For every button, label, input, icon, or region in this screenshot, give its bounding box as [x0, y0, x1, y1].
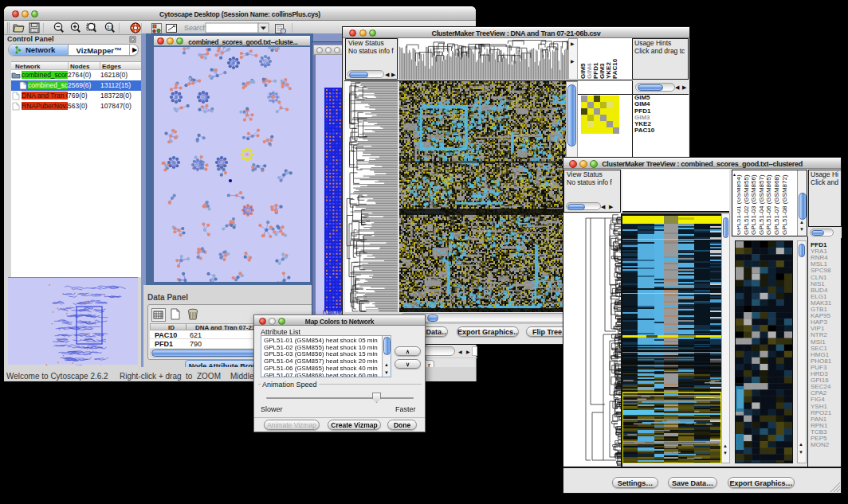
svg-text:1:1: 1:1: [107, 25, 112, 29]
svg-text:Search:: Search:: [184, 24, 209, 32]
